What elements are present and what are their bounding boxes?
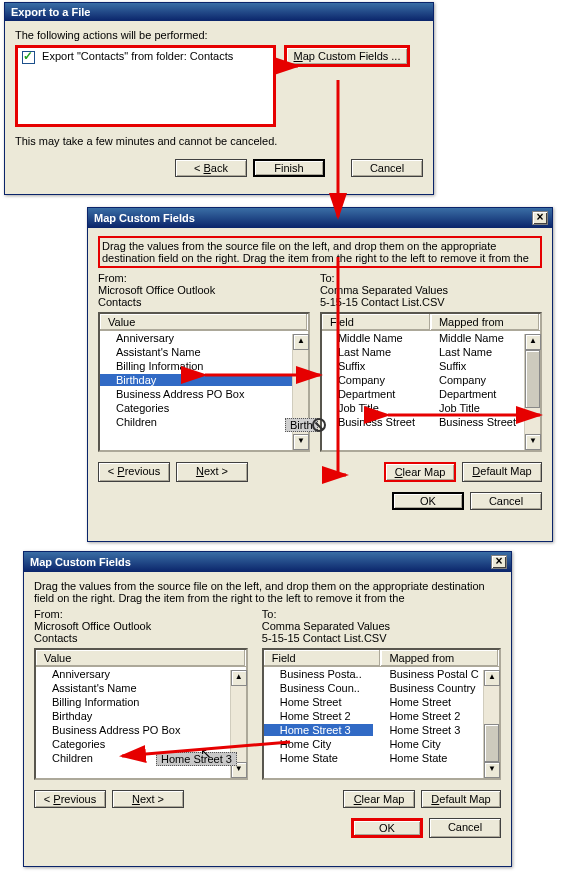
mapped-cell: Middle Name [423, 332, 524, 344]
field-cell: Department [322, 388, 423, 400]
list-item[interactable]: CompanyCompany [322, 373, 524, 387]
checkbox-icon[interactable] [22, 51, 35, 64]
value-cell: Billing Information [100, 360, 292, 372]
to-list[interactable]: Field Mapped from Middle NameMiddle Name… [320, 312, 542, 452]
back-button[interactable]: < Back [175, 159, 247, 177]
map-custom-fields-button[interactable]: Map Custom Fields ... [284, 45, 410, 67]
clear-map-button[interactable]: Clear Map [384, 462, 456, 482]
cancel-button[interactable]: Cancel [351, 159, 423, 177]
close-icon[interactable]: × [532, 211, 548, 225]
col-field[interactable]: Field [264, 650, 382, 666]
previous-button[interactable]: < Previous [34, 790, 106, 808]
scrollbar[interactable]: ▲ ▼ [483, 670, 499, 778]
list-item[interactable]: Categories [100, 401, 292, 415]
list-item[interactable]: Home Street 2Home Street 2 [264, 709, 483, 723]
scroll-up-icon[interactable]: ▲ [525, 334, 541, 350]
ok-button[interactable]: OK [392, 492, 464, 510]
list-item[interactable]: Children [100, 415, 292, 429]
list-item[interactable]: Middle NameMiddle Name [322, 331, 524, 345]
value-cell: Assistant's Name [36, 682, 230, 694]
cancel-button[interactable]: Cancel [429, 818, 501, 838]
to-source: Comma Separated Values [262, 620, 501, 632]
scrollbar[interactable]: ▲ ▼ [292, 334, 308, 450]
list-item[interactable]: Business Posta..Business Postal C [264, 667, 483, 681]
mapped-cell: Home City [373, 738, 483, 750]
close-icon[interactable]: × [491, 555, 507, 569]
scroll-up-icon[interactable]: ▲ [231, 670, 247, 686]
clear-map-button[interactable]: Clear Map [343, 790, 415, 808]
list-item[interactable]: Birthday [36, 709, 230, 723]
mapped-cell: Business Country [373, 682, 483, 694]
col-value[interactable]: Value [100, 314, 308, 330]
list-item[interactable]: Anniversary [36, 667, 230, 681]
scroll-thumb[interactable] [525, 350, 540, 408]
list-item[interactable]: Anniversary [100, 331, 292, 345]
from-source: Microsoft Office Outlook [34, 620, 248, 632]
field-cell: Business Posta.. [264, 668, 374, 680]
col-mapped[interactable]: Mapped from [381, 650, 499, 666]
scroll-down-icon[interactable]: ▼ [293, 434, 309, 450]
finish-button[interactable]: Finish [253, 159, 325, 177]
default-map-button[interactable]: Default Map [421, 790, 501, 808]
field-cell: Middle Name [322, 332, 423, 344]
default-map-button[interactable]: Default Map [462, 462, 542, 482]
scroll-up-icon[interactable]: ▲ [293, 334, 309, 350]
scroll-down-icon[interactable]: ▼ [484, 762, 500, 778]
no-drop-cursor-icon [312, 418, 326, 432]
list-item[interactable]: Assistant's Name [36, 681, 230, 695]
value-cell: Business Address PO Box [100, 388, 292, 400]
next-button[interactable]: Next > [176, 462, 248, 482]
col-mapped[interactable]: Mapped from [431, 314, 540, 330]
action-item-text: Export "Contacts" from folder: Contacts [42, 50, 233, 62]
cancel-button[interactable]: Cancel [470, 492, 542, 510]
list-item[interactable]: Birthday [100, 373, 292, 387]
list-item[interactable]: Billing Information [36, 695, 230, 709]
list-item[interactable]: Home CityHome City [264, 737, 483, 751]
next-button[interactable]: Next > [112, 790, 184, 808]
scroll-up-icon[interactable]: ▲ [484, 670, 500, 686]
mapped-cell: Department [423, 388, 524, 400]
scroll-down-icon[interactable]: ▼ [525, 434, 541, 450]
list-item[interactable]: Business Coun..Business Country [264, 681, 483, 695]
instructions-text: Drag the values from the source file on … [98, 236, 542, 268]
field-cell: Home State [264, 752, 374, 764]
list-item[interactable]: Job TitleJob Title [322, 401, 524, 415]
col-field[interactable]: Field [322, 314, 431, 330]
ok-button[interactable]: OK [351, 818, 423, 838]
field-cell: Job Title [322, 402, 423, 414]
previous-button[interactable]: < Previous [98, 462, 170, 482]
list-item[interactable]: Business Address PO Box [36, 723, 230, 737]
list-item[interactable]: Home Street 3Home Street 3 [264, 723, 483, 737]
to-list[interactable]: Field Mapped from Business Posta..Busine… [262, 648, 501, 780]
mapped-cell: Last Name [423, 346, 524, 358]
list-item[interactable]: Home StreetHome Street [264, 695, 483, 709]
dialog-title: Map Custom Fields × [88, 208, 552, 228]
list-item[interactable]: Assistant's Name [100, 345, 292, 359]
footnote-text: This may take a few minutes and cannot b… [15, 135, 423, 147]
col-value[interactable]: Value [36, 650, 246, 666]
mapped-cell: Business Street [423, 416, 524, 428]
cursor-arrow-icon: ↖ [200, 745, 212, 761]
scroll-thumb[interactable] [484, 724, 499, 762]
list-item[interactable]: Home StateHome State [264, 751, 483, 765]
list-item[interactable]: Billing Information [100, 359, 292, 373]
mapped-cell: Home State [373, 752, 483, 764]
value-cell: Children [100, 416, 292, 428]
scrollbar[interactable]: ▲ ▼ [524, 334, 540, 450]
from-sub: Contacts [34, 632, 248, 644]
mapped-cell: Company [423, 374, 524, 386]
export-dialog: Export to a File The following actions w… [4, 2, 434, 195]
instructions-text: Drag the values from the source file on … [34, 580, 501, 604]
list-item[interactable]: DepartmentDepartment [322, 387, 524, 401]
to-sub: 5-15-15 Contact List.CSV [320, 296, 542, 308]
list-item[interactable]: SuffixSuffix [322, 359, 524, 373]
from-list[interactable]: Value AnniversaryAssistant's NameBilling… [98, 312, 310, 452]
list-item[interactable]: Last NameLast Name [322, 345, 524, 359]
list-item[interactable]: Business Address PO Box [100, 387, 292, 401]
to-sub: 5-15-15 Contact List.CSV [262, 632, 501, 644]
field-cell: Home Street [264, 696, 374, 708]
to-source: Comma Separated Values [320, 284, 542, 296]
intro-text: The following actions will be performed: [15, 29, 423, 41]
list-item[interactable]: Business StreetBusiness Street [322, 415, 524, 429]
value-cell: Billing Information [36, 696, 230, 708]
